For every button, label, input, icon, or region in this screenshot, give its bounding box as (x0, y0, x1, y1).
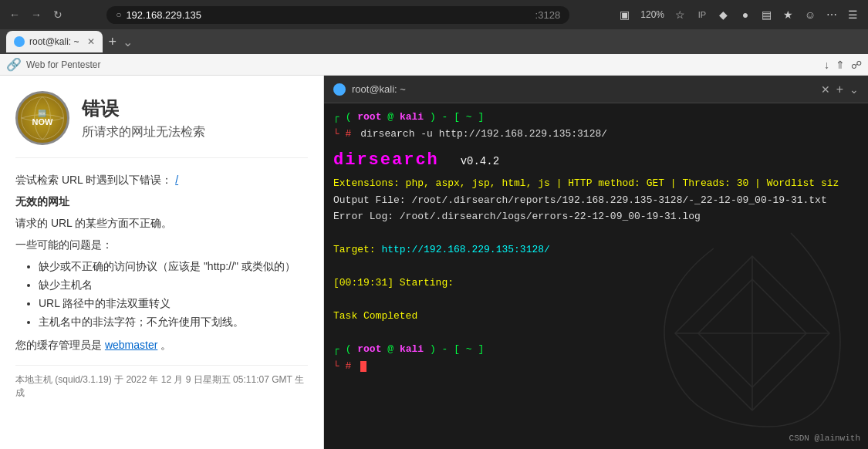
download-icon[interactable]: ↓ (824, 59, 829, 71)
error-intro: 尝试检索 URL 时遇到以下错误： / (15, 174, 308, 187)
terminal-line-1: ┌ ( root @ kali ) - [ ~ ] (333, 110, 859, 125)
extension1-icon[interactable]: ★ (780, 6, 797, 23)
issues-label: 一些可能的问题是： (15, 238, 308, 252)
terminal-art-text: dirsearch (333, 147, 439, 173)
share-icon[interactable]: ⇑ (836, 59, 845, 71)
refresh-button[interactable]: ↻ (49, 6, 66, 23)
new-tab-button[interactable]: + (109, 34, 117, 50)
tab-chevron[interactable]: ⌄ (123, 35, 133, 49)
url-port: :3128 (535, 9, 561, 21)
admin-link[interactable]: webmaster (105, 339, 157, 351)
error-link[interactable]: / (175, 174, 178, 186)
tab-favicon (14, 36, 25, 47)
toolbar-right: ▣ 120% ☆ IP ◆ ● ▤ ★ ☺ ⋯ ☰ (616, 6, 862, 23)
tab-close-button[interactable]: ✕ (87, 36, 95, 47)
back-button[interactable]: ← (6, 6, 23, 23)
terminal-task-completed: Task Completed (333, 309, 859, 324)
ip-label: IP (694, 6, 711, 23)
extension-bar: 🔗 Web for Pentester ↓ ⇑ ☍ (0, 54, 868, 76)
bookmark-icon[interactable]: ☆ (672, 6, 689, 23)
csdn-watermark: CSDN @lainwith (789, 432, 860, 445)
terminal-header: root@kali: ~ ✕ + ⌄ (324, 76, 868, 103)
terminal-body[interactable]: ┌ ( root @ kali ) - [ ~ ] └ # dirsearch … (324, 103, 868, 449)
terminal-menu-button[interactable]: ⌄ (849, 83, 859, 96)
terminal-panel: root@kali: ~ ✕ + ⌄ ┌ ( root (324, 76, 868, 449)
page-footer: 本地主机 (squid/3.1.19) 于 2022 年 12 月 9 日星期五… (15, 365, 308, 400)
terminal-error-log: Error Log: /root/.dirsearch/logs/errors-… (333, 209, 859, 224)
tab-bar: root@kali: ~ ✕ + ⌄ (0, 29, 868, 54)
terminal-art-line: dirsearch v0.4.2 (333, 147, 859, 173)
terminal-blank-1 (333, 226, 859, 241)
error-title: 错误 (82, 96, 205, 121)
terminal-starting: [00:19:31] Starting: (333, 275, 859, 291)
error-subtitle: 所请求的网址无法检索 (82, 124, 205, 140)
error-titles: 错误 所请求的网址无法检索 (82, 96, 205, 140)
forward-button[interactable]: → (28, 6, 45, 23)
error-body: 尝试检索 URL 时遇到以下错误： / 无效的网址 请求的 URL 的某些方面不… (15, 174, 308, 353)
issue-4: 主机名中的非法字符；不允许使用下划线。 (39, 316, 308, 329)
issue-2: 缺少主机名 (39, 279, 308, 292)
url-host: 192.168.229.135 (126, 9, 530, 21)
terminal-target: Target: http://192.168.229.135:3128/ (333, 242, 859, 258)
terminal-close-button[interactable]: ✕ (821, 83, 830, 96)
svg-point-0 (22, 97, 64, 140)
bookmark2-icon[interactable]: ☍ (851, 59, 862, 71)
active-tab[interactable]: root@kali: ~ ✕ (6, 31, 103, 52)
terminal-version: v0.4.2 (461, 155, 499, 167)
admin-line: 您的缓存管理员是 webmaster 。 (15, 339, 308, 353)
terminal-line-cmd: └ # dirsearch -u http://192.168.229.135:… (333, 127, 859, 142)
security-icon: ○ (116, 9, 121, 20)
terminal-cursor (360, 361, 366, 372)
terminal-dir-1: ~ (466, 111, 472, 123)
circle-icon[interactable]: ● (737, 6, 754, 23)
terminal-blank-4 (333, 326, 859, 341)
content-area: 🆕 NOW 错误 所请求的网址无法检索 尝试检索 URL 时 (0, 76, 868, 449)
zoom-level: 120% (637, 8, 667, 22)
address-bar[interactable]: ○ 192.168.229.135 :3128 (106, 6, 569, 24)
more-icon[interactable]: ⋯ (823, 6, 840, 23)
terminal-dir-2: ~ (466, 343, 472, 355)
terminal-ext-line: Extensions: php, aspx, jsp, html, js | H… (333, 176, 859, 191)
terminal-add-button[interactable]: + (836, 83, 843, 96)
issue-1: 缺少或不正确的访问协议（应该是 "http://" 或类似的） (39, 260, 308, 274)
terminal-output-file: Output File: /root/.dirsearch/reports/19… (333, 193, 859, 208)
extensions-icon[interactable]: ▣ (616, 6, 633, 23)
tab-title: root@kali: ~ (29, 36, 79, 47)
terminal-blank-2 (333, 259, 859, 275)
error-type: 无效的网址 (15, 195, 308, 209)
menu-icon[interactable]: ☰ (845, 6, 862, 23)
extension-favicon: 🔗 (6, 57, 22, 72)
terminal-tab-icon (333, 83, 346, 96)
error-header: 🆕 NOW 错误 所请求的网址无法检索 (15, 91, 308, 158)
issues-list: 缺少或不正确的访问协议（应该是 "http://" 或类似的） 缺少主机名 UR… (39, 260, 308, 329)
translate-icon[interactable]: ▤ (758, 6, 775, 23)
shield-icon[interactable]: ◆ (715, 6, 732, 23)
terminal-cursor-line: └ # (333, 359, 859, 374)
user-icon[interactable]: ☺ (802, 6, 819, 23)
terminal-command: dirsearch -u http://192.168.229.135:3128… (360, 128, 607, 140)
browser-chrome: ← → ↻ ○ 192.168.229.135 :3128 ▣ 120% ☆ I… (0, 0, 868, 76)
terminal-title: root@kali: ~ (352, 83, 815, 95)
error-logo: 🆕 NOW (15, 91, 69, 145)
terminal-blank-3 (333, 292, 859, 308)
browser-error-page: 🆕 NOW 错误 所请求的网址无法检索 尝试检索 URL 时 (0, 76, 324, 449)
browser-toolbar: ← → ↻ ○ 192.168.229.135 :3128 ▣ 120% ☆ I… (0, 0, 868, 29)
error-description: 请求的 URL 的某些方面不正确。 (15, 217, 308, 231)
extension-title: Web for Pentester (26, 59, 101, 70)
issue-3: URL 路径中的非法双重转义 (39, 297, 308, 311)
terminal-line-prompt2: ┌ ( root @ kali ) - [ ~ ] (333, 342, 859, 357)
